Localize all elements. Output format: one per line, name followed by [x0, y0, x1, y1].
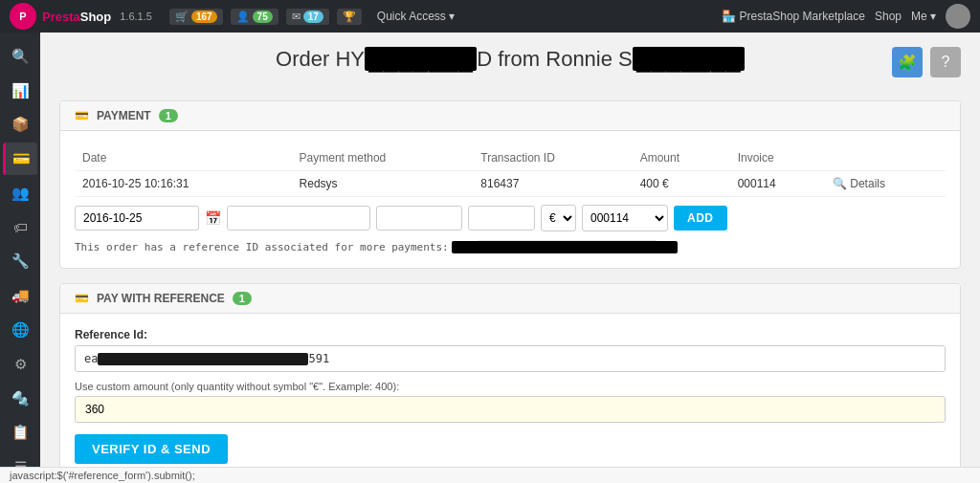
- localization-icon: 🌐: [11, 321, 30, 339]
- app-layout: 🔍 📊 📦 💳 👥 🏷 🔧 🚚 🌐 ⚙ 🔩: [0, 33, 980, 483]
- sidebar: 🔍 📊 📦 💳 👥 🏷 🔧 🚚 🌐 ⚙ 🔩: [0, 33, 40, 483]
- orders-icon: 📦: [11, 116, 30, 133]
- customers-badge[interactable]: 👤 75: [231, 9, 278, 25]
- modules-button[interactable]: 🧩: [892, 47, 923, 77]
- catalog-icon: 🏷: [13, 219, 28, 235]
- payment-card-header: 💳 PAYMENT 1: [60, 101, 960, 131]
- dashboard-icon: 📊: [11, 82, 30, 99]
- puzzle-icon: 🧩: [898, 54, 917, 72]
- preferences-icon: ⚙: [14, 356, 27, 373]
- me-menu[interactable]: Me ▾: [911, 10, 936, 23]
- verify-send-button[interactable]: VERIFY ID & SEND: [75, 434, 228, 464]
- search-icon: 🔍: [833, 177, 847, 190]
- details-link[interactable]: 🔍 Details: [833, 177, 938, 190]
- sidebar-item-advanced[interactable]: 🔩: [3, 383, 37, 415]
- col-invoice: Invoice: [730, 145, 826, 171]
- pay-reference-card: 💳 PAY WITH REFERENCE 1 Reference Id: ea5…: [59, 283, 961, 479]
- messages-count: 17: [303, 11, 323, 23]
- sidebar-item-dashboard[interactable]: 📊: [3, 75, 37, 107]
- payment-header-icon: 💳: [75, 109, 89, 122]
- help-button[interactable]: ?: [930, 47, 961, 77]
- shop-link[interactable]: Shop: [875, 10, 902, 23]
- payment-badge: 1: [159, 109, 178, 122]
- customers-icon: 👥: [11, 185, 30, 202]
- pay-reference-badge: 1: [233, 292, 252, 305]
- status-text: javascript:$('#reference_form').submit()…: [10, 470, 195, 481]
- reference-id-label: Reference Id:: [75, 328, 946, 341]
- col-date: Date: [75, 145, 292, 171]
- orders-badge[interactable]: 🛒 167: [169, 9, 223, 25]
- col-actions: [825, 145, 946, 171]
- cart-icon: 🛒: [175, 11, 189, 23]
- table-row: 2016-10-25 10:16:31 Redsys 816437 400 € …: [75, 171, 946, 197]
- messages-badge[interactable]: ✉ 17: [286, 9, 329, 25]
- pay-reference-body: Reference Id: ea591 Use custom amount (o…: [60, 314, 960, 478]
- cell-method: Redsys: [292, 171, 474, 197]
- top-navigation: P PrestaShop 1.6.1.5 🛒 167 👤 75 ✉ 17 🏆 Q…: [0, 0, 980, 33]
- logo-text: PrestaShop: [42, 10, 111, 24]
- col-transaction: Transaction ID: [473, 145, 632, 171]
- sidebar-item-localization[interactable]: 🌐: [3, 314, 37, 346]
- mail-icon: ✉: [292, 11, 301, 23]
- sidebar-item-payments[interactable]: 💳: [3, 143, 37, 175]
- help-icon: ?: [942, 54, 950, 71]
- orders-count: 167: [191, 11, 217, 23]
- reference-id-input[interactable]: [75, 345, 946, 372]
- payment-table: Date Payment method Transaction ID Amoun…: [75, 145, 946, 197]
- calendar-icon[interactable]: 📅: [205, 210, 221, 226]
- payment-form-row: 📅 € 000114 ADD: [75, 205, 946, 231]
- stats-icon: 📋: [11, 424, 30, 441]
- sidebar-item-preferences[interactable]: ⚙: [3, 348, 37, 381]
- sidebar-item-stats[interactable]: 📋: [3, 416, 37, 449]
- payments-icon: 💳: [12, 150, 31, 167]
- payment-card-body: Date Payment method Transaction ID Amoun…: [60, 131, 960, 268]
- payment-header-title: PAYMENT: [97, 109, 151, 122]
- shipping-icon: 🚚: [11, 287, 30, 304]
- sidebar-item-modules[interactable]: 🔧: [3, 246, 37, 278]
- amount-input[interactable]: [468, 206, 535, 231]
- nav-badges: 🛒 167 👤 75 ✉ 17 🏆: [169, 9, 362, 25]
- date-input[interactable]: [75, 206, 199, 231]
- sidebar-item-customers[interactable]: 👥: [3, 177, 37, 209]
- store-icon: 🏪: [722, 10, 736, 23]
- logo-icon: P: [10, 3, 36, 30]
- main-content: Order HY███████D from Ronnie S███████ 🧩 …: [40, 33, 980, 483]
- sidebar-item-shipping[interactable]: 🚚: [3, 279, 37, 312]
- reference-note: This order has a reference ID associated…: [75, 241, 946, 253]
- sidebar-item-catalog[interactable]: 🏷: [3, 211, 37, 244]
- method-input[interactable]: [227, 206, 370, 231]
- cell-amount: 400 €: [633, 171, 730, 197]
- customers-count: 75: [253, 11, 273, 23]
- sidebar-item-orders[interactable]: 📦: [3, 109, 37, 142]
- trophy-badge[interactable]: 🏆: [337, 9, 362, 25]
- modules-icon: 🔧: [11, 252, 30, 270]
- add-payment-button[interactable]: ADD: [674, 206, 727, 231]
- avatar[interactable]: [946, 4, 970, 29]
- quick-access-menu[interactable]: Quick Access ▾: [377, 10, 455, 23]
- pay-reference-title: PAY WITH REFERENCE: [97, 292, 225, 305]
- chevron-down-icon: ▾: [930, 10, 936, 23]
- marketplace-link[interactable]: 🏪 PrestaShop Marketplace: [722, 10, 865, 23]
- cell-invoice: 000114: [730, 171, 826, 197]
- transaction-input[interactable]: [376, 206, 462, 231]
- custom-amount-input[interactable]: [75, 396, 946, 423]
- version-label: 1.6.1.5: [120, 11, 152, 22]
- users-icon: 👤: [236, 11, 250, 23]
- pay-reference-header: 💳 PAY WITH REFERENCE 1: [60, 284, 960, 314]
- payment-card: 💳 PAYMENT 1 Date Payment method Transact…: [59, 100, 961, 269]
- page-title: Order HY███████D from Ronnie S███████: [276, 47, 745, 72]
- logo[interactable]: P PrestaShop 1.6.1.5: [10, 3, 152, 30]
- invoice-select[interactable]: 000114: [582, 205, 668, 231]
- reference-header-icon: 💳: [75, 292, 89, 305]
- advanced-icon: 🔩: [11, 390, 30, 407]
- cell-transaction: 816437: [473, 171, 632, 197]
- chevron-down-icon: ▾: [449, 10, 455, 23]
- sidebar-item-search[interactable]: 🔍: [3, 40, 37, 73]
- trophy-icon: 🏆: [343, 11, 356, 23]
- topnav-right: 🏪 PrestaShop Marketplace Shop Me ▾: [722, 4, 970, 29]
- page-header: Order HY███████D from Ronnie S███████ 🧩 …: [59, 47, 961, 86]
- cell-date: 2016-10-25 10:16:31: [75, 171, 292, 197]
- currency-select[interactable]: €: [541, 205, 576, 231]
- page-action-buttons: 🧩 ?: [892, 47, 961, 77]
- cell-details[interactable]: 🔍 Details: [825, 171, 946, 197]
